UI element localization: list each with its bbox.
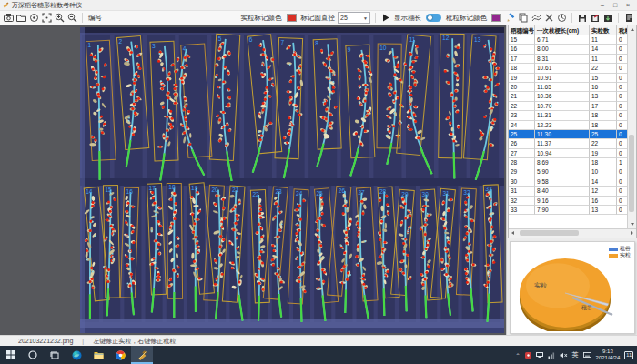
delete-icon[interactable] (543, 12, 554, 24)
table-row[interactable]: 156.71110 (509, 35, 636, 45)
table-row[interactable]: 2710.94190 (509, 149, 636, 158)
fit-view-icon[interactable] (41, 12, 52, 24)
results-panel: 稻穗编号一次枝梗长(cm)实粒数秕粒数 156.71110168.0014017… (506, 25, 637, 335)
table-row[interactable]: 2110.36130 (509, 92, 636, 101)
vertical-scrollbar[interactable] (627, 25, 636, 228)
toolbar-separator (618, 13, 619, 23)
table-row[interactable]: 2011.65160 (509, 83, 636, 92)
table-cell: 14 (590, 177, 617, 187)
tray-security-icon[interactable] (525, 352, 531, 359)
scroll-up-icon[interactable] (628, 25, 636, 34)
zoom-in-icon[interactable] (54, 12, 65, 24)
copy-icon[interactable] (518, 12, 529, 24)
table-row[interactable]: 1910.91150 (509, 74, 636, 83)
table-row[interactable]: 318.40120 (509, 187, 636, 196)
save-report-icon[interactable] (590, 12, 601, 24)
numbering-button[interactable]: 编号 (88, 14, 102, 23)
media-app-icon[interactable] (109, 346, 131, 364)
image-viewer[interactable]: 1234567891011121314151617181920212223242… (0, 25, 506, 335)
table-cell: 29 (509, 167, 535, 177)
notification-center-icon[interactable]: 11 (624, 351, 633, 359)
table-row[interactable]: 168.00140 (509, 45, 636, 54)
panicle-number-label: 30 (422, 191, 430, 197)
table-cell: 8.00 (535, 45, 590, 54)
column-header[interactable]: 一次枝梗长(cm) (535, 25, 590, 35)
save-icon[interactable] (577, 12, 588, 24)
tray-display-icon[interactable] (536, 352, 543, 358)
open-folder-icon[interactable] (15, 12, 26, 24)
export-icon[interactable] (602, 12, 613, 24)
tray-keyboard-icon[interactable] (583, 352, 592, 358)
zoom-out-icon[interactable] (66, 12, 77, 24)
edit-pen-icon[interactable] (505, 12, 516, 24)
close-button[interactable]: × (622, 0, 634, 10)
file-explorer-icon[interactable] (87, 346, 109, 364)
panicle-number-label: 23 (275, 188, 282, 195)
table-cell: 16 (509, 45, 535, 54)
table-cell: 12 (590, 187, 617, 196)
tray-volume-icon[interactable] (560, 352, 568, 359)
edge-browser-icon[interactable] (66, 346, 87, 364)
empty-color-swatch[interactable] (491, 14, 501, 22)
table-row[interactable]: 337.90130 (509, 206, 636, 215)
table-row[interactable]: 295.90100 (509, 167, 636, 177)
maximize-button[interactable]: □ (609, 0, 622, 10)
diameter-select[interactable]: 25 ▼ (338, 12, 370, 24)
table-cell: 11.31 (535, 111, 590, 120)
table-cell: 16 (590, 197, 617, 206)
table-row[interactable]: 2311.31180 (509, 111, 636, 120)
tray-network-icon[interactable] (548, 352, 555, 359)
tray-expand-icon[interactable]: ⌃ (516, 352, 521, 359)
scroll-right-icon[interactable] (628, 229, 636, 237)
specimen-photo[interactable]: 1234567891011121314151617181920212223242… (80, 27, 504, 333)
taskbar-app-grain-analyzer[interactable] (131, 346, 153, 364)
panicle-number-label: 25 (317, 190, 324, 197)
table-row[interactable]: 178.31110 (509, 55, 636, 64)
table-cell: 22 (509, 102, 535, 111)
lasso-icon[interactable] (531, 12, 541, 24)
table-row[interactable]: 309.58140 (509, 177, 636, 187)
horizontal-scrollbar[interactable] (509, 228, 636, 238)
table-row[interactable]: 1810.61220 (509, 64, 636, 73)
column-header[interactable]: 稻穗编号 (509, 25, 535, 35)
tray-clock[interactable]: 9:13 2021/4/24 (596, 349, 621, 360)
vertical-scroll-thumb[interactable] (629, 135, 634, 212)
target-icon[interactable] (28, 12, 39, 24)
report-notes-icon[interactable] (623, 12, 634, 24)
panicle-number-label: 33 (485, 186, 492, 192)
table-row[interactable]: 2611.37220 (509, 139, 636, 148)
scroll-left-icon[interactable] (509, 229, 517, 237)
title-bar: 万深稻谷穗形粒数考种仪 – □ × (0, 0, 637, 10)
table-cell: 21 (509, 92, 535, 101)
history-icon[interactable] (556, 12, 567, 24)
app-window: 万深稻谷穗形粒数考种仪 – □ × 编号 实粒标记颜色 标记圆 (0, 0, 637, 364)
chevron-down-icon: ▼ (363, 15, 368, 21)
filled-color-swatch[interactable] (287, 14, 297, 22)
table-cell: 14 (590, 45, 617, 54)
app-logo-icon (3, 2, 9, 8)
table-row[interactable]: 2412.23180 (509, 121, 636, 130)
panicle-number-label: 18 (168, 184, 176, 190)
task-view-button[interactable] (44, 346, 66, 364)
show-length-toggle[interactable] (426, 14, 441, 22)
tray-language-indicator[interactable]: 英 (572, 350, 579, 359)
table-row[interactable]: 2210.70170 (509, 102, 636, 111)
play-icon[interactable] (380, 12, 391, 24)
column-header[interactable]: 实粒数 (590, 25, 617, 35)
notification-badge: 11 (626, 352, 632, 358)
table-cell: 11.65 (535, 83, 590, 92)
start-button[interactable] (0, 346, 22, 364)
table-header-row: 稻穗编号一次枝梗长(cm)实粒数秕粒数 (509, 25, 636, 35)
minimize-button[interactable]: – (596, 0, 609, 10)
diameter-label: 标记圆直径 (301, 14, 336, 23)
system-tray: ⌃ 英 9:13 2021/4/24 11 (516, 349, 637, 360)
search-button[interactable] (22, 346, 44, 364)
table-row[interactable]: 288.69181 (509, 158, 636, 167)
camera-icon[interactable] (3, 12, 14, 24)
scroll-down-icon[interactable] (628, 220, 636, 228)
table-row[interactable]: 329.16160 (509, 197, 636, 206)
panicle-number-label: 17 (149, 185, 157, 191)
table-row[interactable]: 2511.30250 (509, 130, 636, 139)
grain-table[interactable]: 稻穗编号一次枝梗长(cm)实粒数秕粒数 156.71110168.0014017… (508, 25, 637, 238)
horizontal-scroll-thumb[interactable] (520, 230, 579, 236)
